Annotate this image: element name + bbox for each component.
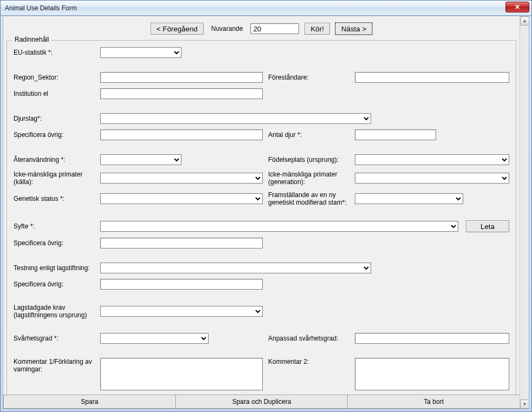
select-testning[interactable] — [100, 263, 371, 273]
label-primater-kalla: Icke-mänskliga primater (källa): — [14, 171, 95, 186]
fieldset-radinnehall: Radinnehåll EU-statistik *: Region_Sekto… — [7, 40, 516, 395]
spacer — [14, 324, 509, 328]
content-area: < Föregåend Nuvarande Kör! Nästa > Radin… — [3, 16, 520, 409]
vertical-scrollbar[interactable]: ▲ ▼ — [520, 16, 529, 409]
input-region-sektor[interactable] — [100, 72, 263, 83]
spacer — [14, 254, 509, 257]
scroll-up-button[interactable]: ▲ — [520, 16, 529, 25]
select-svarhetsgrad[interactable] — [100, 333, 209, 344]
input-spec-ovrig-2[interactable] — [100, 238, 263, 248]
select-ateranvandning[interactable] — [100, 154, 181, 165]
select-primater-kalla[interactable] — [100, 173, 263, 184]
label-forestandare: Föreståndare: — [268, 74, 349, 81]
label-genetisk-status: Genetisk status *: — [14, 195, 95, 202]
select-fodelseplats[interactable] — [355, 154, 509, 165]
label-spec-ovrig-2: Specificera övrig: — [14, 239, 95, 247]
select-syfte[interactable] — [100, 221, 458, 232]
prev-button[interactable]: < Föregåend — [151, 23, 204, 35]
textarea-kommentar2[interactable] — [355, 358, 509, 390]
spacer — [14, 63, 509, 67]
app-window: Animal Use Details Form ✕ < Föregåend Nu… — [0, 0, 532, 412]
select-framstallande[interactable] — [355, 193, 463, 204]
form-grid: EU-statistik *: Region_Sektor: Förestånd… — [14, 47, 509, 390]
client-area: < Föregåend Nuvarande Kör! Nästa > Radin… — [3, 16, 529, 409]
spacer — [14, 295, 509, 298]
save-duplicate-button[interactable]: Spara och Duplicera — [176, 395, 348, 409]
select-genetisk-status[interactable] — [100, 193, 263, 204]
chevron-up-icon: ▲ — [523, 18, 527, 23]
window-title: Animal Use Details Form — [5, 4, 77, 12]
label-syfte: Syfte *: — [14, 223, 95, 230]
label-antal-djur: Antal djur *: — [268, 131, 349, 139]
input-antal-djur[interactable] — [355, 129, 436, 140]
label-framstallande: Framställande av en ny genetiskt modifie… — [268, 191, 349, 206]
select-primater-gen[interactable] — [355, 173, 509, 184]
label-kommentar2: Kommentar 2: — [268, 358, 349, 365]
scroll-down-button[interactable]: ▼ — [520, 400, 529, 409]
label-testning: Testning enligt lagstiftning: — [14, 264, 95, 272]
input-spec-ovrig-1[interactable] — [100, 129, 263, 140]
delete-button[interactable]: Ta bort — [347, 395, 520, 409]
label-eu-statistik: EU-statistik *: — [14, 49, 95, 56]
input-forestandare[interactable] — [355, 72, 509, 83]
select-eu-statistik[interactable] — [100, 47, 181, 58]
syfte-row: Leta — [100, 220, 509, 232]
spacer — [14, 146, 509, 149]
delete-label: Ta bort — [424, 398, 444, 406]
label-institution: Institution el — [14, 90, 95, 97]
fieldset-legend: Radinnehåll — [12, 36, 51, 43]
next-button[interactable]: Nästa > — [335, 23, 372, 35]
save-button[interactable]: Spara — [3, 395, 176, 409]
select-djurslag[interactable] — [100, 113, 371, 124]
title-bar: Animal Use Details Form ✕ — [1, 1, 531, 16]
label-kommentar1: Kommentar 1/Förklaring av varningar: — [14, 358, 95, 373]
input-spec-ovrig-3[interactable] — [100, 279, 263, 290]
label-spec-ovrig-3: Specificera övrig: — [14, 280, 95, 288]
current-input[interactable] — [250, 23, 299, 34]
chevron-down-icon: ▼ — [523, 402, 527, 407]
label-spec-ovrig-1: Specificera övrig: — [14, 131, 95, 139]
spacer — [14, 104, 509, 108]
textarea-kommentar1[interactable] — [100, 358, 263, 390]
label-anpassad-svar: Anpassad svårhetsgrad: — [268, 335, 349, 342]
leta-button[interactable]: Leta — [466, 220, 509, 232]
select-lagstadgade[interactable] — [100, 306, 263, 317]
current-label: Nuvarande — [209, 25, 245, 32]
label-lagstadgade: Lagstadgade krav (lagstiftningens urspru… — [14, 304, 95, 319]
label-ateranvandning: Återanvändning *: — [14, 156, 95, 164]
label-svarhetsgrad: Svårhetsgrad *: — [14, 335, 95, 342]
input-institution[interactable] — [100, 88, 263, 99]
bottom-button-row: Spara Spara och Duplicera Ta bort — [3, 395, 520, 409]
go-button[interactable]: Kör! — [304, 23, 329, 35]
label-djurslag: Djurslag*: — [14, 115, 95, 122]
save-button-label: Spara — [81, 398, 98, 406]
label-fodelseplats: Födelseplats (ursprung): — [268, 156, 349, 164]
close-button[interactable]: ✕ — [505, 2, 529, 12]
spacer — [14, 349, 509, 352]
nav-row: < Föregåend Nuvarande Kör! Nästa > — [3, 16, 520, 40]
label-primater-gen: Icke-mänskliga primater (generation): — [268, 171, 349, 186]
save-dup-label: Spara och Duplicera — [232, 398, 291, 406]
close-icon: ✕ — [515, 4, 520, 10]
label-region-sektor: Region_Sektor: — [14, 74, 95, 81]
spacer — [14, 212, 509, 215]
input-anpassad-svar[interactable] — [355, 333, 509, 344]
